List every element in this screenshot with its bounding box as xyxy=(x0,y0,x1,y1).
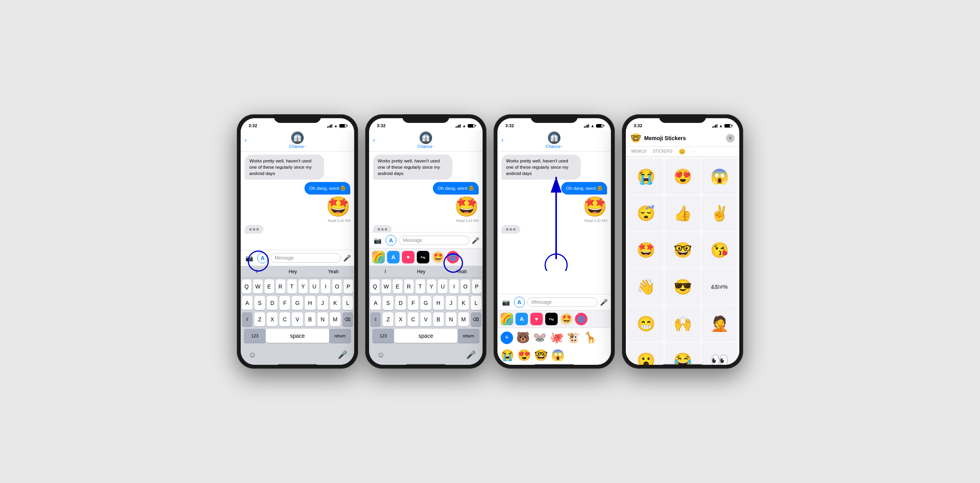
key-a-1[interactable]: A xyxy=(242,296,252,310)
suggestion-hey-2[interactable]: Hey xyxy=(414,268,429,275)
key-x-2[interactable]: X xyxy=(395,312,406,326)
key-n-2[interactable]: N xyxy=(446,312,456,326)
memoji-icon-3[interactable]: 🤩 xyxy=(560,313,573,325)
key-e-1[interactable]: E xyxy=(265,279,274,294)
key-return-1[interactable]: return xyxy=(329,329,351,343)
heart-icon-2[interactable]: ♥ xyxy=(402,251,414,263)
app-store-button-1[interactable]: A xyxy=(257,252,268,263)
key-delete-1[interactable]: ⌫ xyxy=(342,312,353,326)
key-e-2[interactable]: E xyxy=(393,279,402,294)
key-j-1[interactable]: J xyxy=(317,296,328,310)
key-i-2[interactable]: I xyxy=(449,279,459,294)
key-z-2[interactable]: Z xyxy=(383,312,393,326)
memoji-mouse-3[interactable]: 🐭 xyxy=(533,331,547,344)
key-c-1[interactable]: C xyxy=(279,312,290,326)
sticker-scared-4[interactable]: 😱 xyxy=(702,159,737,194)
message-input-2[interactable]: Message xyxy=(399,236,469,245)
key-z-1[interactable]: Z xyxy=(254,312,265,326)
key-l-2[interactable]: L xyxy=(471,296,481,310)
key-y-2[interactable]: Y xyxy=(427,279,436,294)
sticker-laughcry-4[interactable]: 😂 xyxy=(665,343,700,365)
memoji-octopus-3[interactable]: 🐙 xyxy=(550,331,564,344)
key-delete-2[interactable]: ⌫ xyxy=(471,312,481,326)
key-space-1[interactable]: space xyxy=(266,329,329,343)
appstore-icon-2[interactable]: A xyxy=(387,251,400,263)
key-h-2[interactable]: H xyxy=(433,296,444,310)
key-w-1[interactable]: W xyxy=(253,279,263,294)
key-m-1[interactable]: M xyxy=(330,312,340,326)
key-o-1[interactable]: O xyxy=(332,279,342,294)
app-store-button-2[interactable]: A xyxy=(386,235,396,246)
mic-button-2[interactable]: 🎤 xyxy=(472,237,479,244)
key-p-2[interactable]: P xyxy=(472,279,481,294)
key-f-2[interactable]: F xyxy=(408,296,418,310)
key-f-1[interactable]: F xyxy=(279,296,290,310)
suggestion-i-2[interactable]: I xyxy=(382,268,389,275)
memoji-shock-3[interactable]: 😱 xyxy=(551,349,565,362)
emoji-key-1[interactable]: ☺ xyxy=(245,348,259,362)
sticker-happy-4[interactable]: 😁 xyxy=(628,306,663,341)
memoji-icon-2[interactable]: 🤩 xyxy=(432,251,444,263)
key-w-2[interactable]: W xyxy=(382,279,391,294)
key-i-1[interactable]: I xyxy=(321,279,330,294)
memoji-close-4[interactable]: ✕ xyxy=(726,134,735,142)
contact-info-1[interactable]: 👔 Chance › xyxy=(289,132,306,149)
key-t-2[interactable]: T xyxy=(416,279,425,294)
memoji-nerd-3[interactable]: 🤓 xyxy=(534,349,548,362)
key-shift-2[interactable]: ⇧ xyxy=(370,312,381,326)
camera-button-2[interactable]: 📷 xyxy=(372,235,383,246)
back-button-3[interactable]: ‹ xyxy=(501,137,503,144)
key-q-2[interactable]: Q xyxy=(370,279,380,294)
more-icon-3[interactable]: 🌐 xyxy=(575,313,587,325)
app-store-button-3[interactable]: A xyxy=(514,297,525,308)
photos-icon-3[interactable]: 🌈 xyxy=(501,313,513,325)
key-p-1[interactable]: P xyxy=(344,279,353,294)
key-j-2[interactable]: J xyxy=(446,296,456,310)
key-t-1[interactable]: T xyxy=(287,279,297,294)
key-v-1[interactable]: V xyxy=(292,312,303,326)
sticker-sunglasses-4[interactable]: 😎 xyxy=(665,269,700,305)
apple-pay-icon-2[interactable]: Pay xyxy=(417,251,429,263)
message-input-1[interactable]: Message xyxy=(270,253,341,263)
key-d-2[interactable]: D xyxy=(395,296,406,310)
message-input-3[interactable]: iMessage xyxy=(527,297,598,307)
key-a-2[interactable]: A xyxy=(370,296,381,310)
memoji-giraffe-3[interactable]: 🦒 xyxy=(584,331,597,344)
key-r-2[interactable]: R xyxy=(404,279,414,294)
key-r-1[interactable]: R xyxy=(276,279,285,294)
key-q-1[interactable]: Q xyxy=(242,279,251,294)
more-icon-2[interactable]: 🌐 xyxy=(447,251,459,263)
key-d-1[interactable]: D xyxy=(267,296,277,310)
mic-button-3[interactable]: 🎤 xyxy=(600,299,608,306)
key-n-1[interactable]: N xyxy=(317,312,328,326)
tab-emoji-4[interactable]: 😊 xyxy=(676,147,688,156)
key-return-2[interactable]: return xyxy=(458,329,479,343)
contact-info-2[interactable]: 👔 Chance › xyxy=(418,132,434,149)
key-shift-1[interactable]: ⇧ xyxy=(242,312,252,326)
photos-icon-2[interactable]: 🌈 xyxy=(372,251,385,263)
key-g-1[interactable]: G xyxy=(292,296,303,310)
sticker-wave-4[interactable]: 👋 xyxy=(628,269,663,305)
mic-button-1[interactable]: 🎤 xyxy=(343,254,351,262)
camera-button-3[interactable]: 📷 xyxy=(501,297,512,308)
sticker-sleepy-4[interactable]: 😴 xyxy=(628,196,663,231)
appstore-icon-3[interactable]: A xyxy=(515,313,528,325)
key-g-2[interactable]: G xyxy=(420,296,431,310)
memoji-bear-3[interactable]: 🐻 xyxy=(516,331,530,344)
sticker-facepalm-4[interactable]: 🤦 xyxy=(702,306,737,341)
key-s-1[interactable]: S xyxy=(254,296,265,310)
key-k-1[interactable]: K xyxy=(330,296,340,310)
sticker-text-4[interactable]: &$!#% xyxy=(702,269,737,305)
memoji-cry-3[interactable]: 😭 xyxy=(501,349,514,362)
key-space-2[interactable]: space xyxy=(394,329,457,343)
camera-button-1[interactable]: 📷 xyxy=(244,252,255,263)
key-s-2[interactable]: S xyxy=(383,296,393,310)
sticker-nerd-4[interactable]: 🤓 xyxy=(665,232,700,268)
key-numbers-1[interactable]: 123 xyxy=(244,329,266,343)
sticker-handwave-4[interactable]: 🙌 xyxy=(665,306,700,341)
tab-stickers-4[interactable]: STICKERS xyxy=(650,147,676,156)
sticker-crying-4[interactable]: 😭 xyxy=(628,159,663,194)
key-l-1[interactable]: L xyxy=(342,296,353,310)
contact-info-3[interactable]: 👔 Chance › xyxy=(546,132,563,149)
key-b-2[interactable]: B xyxy=(433,312,444,326)
